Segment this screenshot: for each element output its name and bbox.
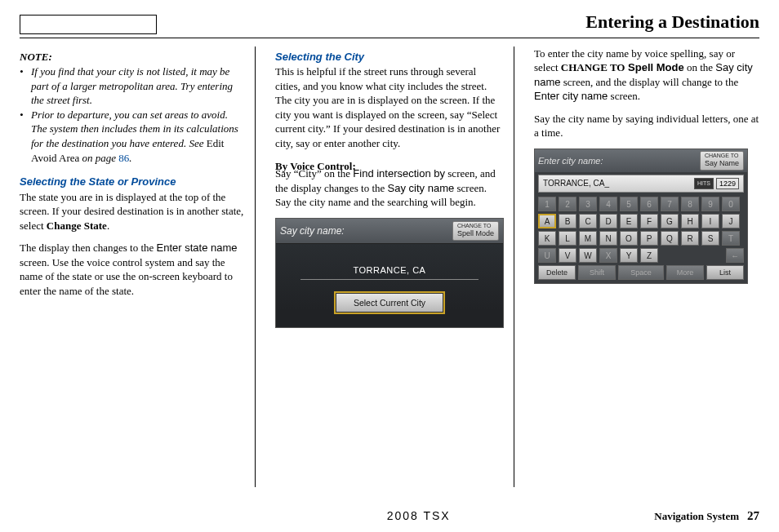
key-3[interactable]: 3 <box>579 197 597 211</box>
key-k[interactable]: K <box>538 231 556 246</box>
change-to-sayname-button[interactable]: CHANGE TO Say Name <box>700 151 744 171</box>
key-2[interactable]: 2 <box>559 197 576 211</box>
body-para: Say the city name by saying individual l… <box>534 112 759 140</box>
bullet-icon: • <box>20 108 31 165</box>
text-frag: Say “City” on the <box>275 167 353 180</box>
content-columns: NOTE: • If you find that your city is no… <box>20 47 759 487</box>
key-o[interactable]: O <box>620 231 638 246</box>
note-item: • If you find that your city is not list… <box>20 64 245 108</box>
body-para: This is helpful if the street runs throu… <box>275 64 504 150</box>
city-entry-value: TORRANCE, CA_ <box>543 178 694 189</box>
body-para: To enter the city name by voice spelling… <box>534 47 759 104</box>
ui-term: Change State <box>47 219 107 232</box>
key-l[interactable]: L <box>559 231 576 246</box>
header-rule <box>20 38 759 38</box>
kb-row-a: A B C D E F G H I J <box>538 214 744 228</box>
key-x[interactable]: X <box>599 248 617 263</box>
column-1: NOTE: • If you find that your city is no… <box>20 47 256 487</box>
text-frag: screen, and the display will change to t… <box>561 76 739 88</box>
city-entry-field[interactable]: TORRANCE, CA_ HITS 1229 <box>538 175 744 193</box>
text-frag: on the <box>684 61 716 73</box>
key-4[interactable]: 4 <box>599 197 617 211</box>
key-5[interactable]: 5 <box>620 197 638 211</box>
body-para: The state you are in is displayed at the… <box>20 190 245 233</box>
key-g[interactable]: G <box>661 214 679 228</box>
chip-small: CHANGE TO <box>457 224 494 228</box>
text-frag: screen. <box>608 90 640 102</box>
select-current-city-button[interactable]: Select Current City <box>334 291 445 314</box>
key-f[interactable]: F <box>640 214 658 228</box>
ui-term: Enter city name <box>534 90 608 102</box>
ui-term: Enter state name <box>157 242 238 254</box>
key-q[interactable]: Q <box>661 231 679 246</box>
key-p[interactable]: P <box>640 231 658 246</box>
kb-row-bottom: Delete Shift Space More List <box>538 265 744 280</box>
change-to-spell-button[interactable]: CHANGE TO Spell Mode <box>452 221 499 241</box>
current-city-text: TORRANCE, CA <box>300 260 479 280</box>
text-frag: . <box>107 219 109 232</box>
key-w[interactable]: W <box>579 248 597 263</box>
section-heading-city: Selecting the City <box>275 50 504 64</box>
key-7[interactable]: 7 <box>661 197 679 211</box>
text-frag: screen. Use the voice control system and… <box>20 256 233 297</box>
enter-city-titlebar: Enter city name: CHANGE TO Say Name <box>535 149 747 172</box>
footer-model: 2008 TSX <box>183 508 654 524</box>
text-frag: The display then changes to the <box>20 242 157 254</box>
key-b[interactable]: B <box>559 214 576 228</box>
chip-label: Say Name <box>705 159 739 167</box>
key-6[interactable]: 6 <box>640 197 658 211</box>
key-backspace[interactable]: ← <box>726 248 744 263</box>
key-c[interactable]: C <box>579 214 597 228</box>
key-9[interactable]: 9 <box>701 197 719 211</box>
key-delete[interactable]: Delete <box>538 265 576 280</box>
key-u[interactable]: U <box>538 248 556 263</box>
note-item: • Prior to departure, you can set areas … <box>20 108 245 165</box>
key-more[interactable]: More <box>666 265 704 280</box>
note-frag: . <box>129 152 131 164</box>
key-j[interactable]: J <box>722 214 740 228</box>
enter-city-title: Enter city name: <box>538 155 700 167</box>
note-text: Prior to departure, you can set areas to… <box>31 108 245 165</box>
corner-empty-box <box>20 15 157 34</box>
key-a[interactable]: A <box>538 214 556 228</box>
page-ref-link[interactable]: 86 <box>118 152 129 164</box>
key-r[interactable]: R <box>681 231 699 246</box>
column-3: To enter the city name by voice spelling… <box>534 47 759 487</box>
key-y[interactable]: Y <box>620 248 638 263</box>
key-1[interactable]: 1 <box>538 197 556 211</box>
page-title: Entering a Destination <box>157 10 759 36</box>
body-para: Say “City” on the Find intersection by s… <box>275 166 504 210</box>
keyboard-rows: 1 2 3 4 5 6 7 8 9 0 A B C D E F <box>535 194 747 283</box>
kb-row-k: K L M N O P Q R S T <box>538 231 744 246</box>
footer-system: Navigation System <box>654 509 739 524</box>
key-e[interactable]: E <box>620 214 638 228</box>
say-city-body: TORRANCE, CA Select Current City <box>276 244 503 327</box>
key-0[interactable]: 0 <box>722 197 740 211</box>
bullet-icon: • <box>20 64 31 108</box>
key-n[interactable]: N <box>599 231 617 246</box>
chip-small: CHANGE TO <box>705 153 739 158</box>
chip-label: Spell Mode <box>457 229 494 237</box>
key-m[interactable]: M <box>579 231 597 246</box>
key-t[interactable]: T <box>722 231 740 246</box>
key-z[interactable]: Z <box>640 248 658 263</box>
key-8[interactable]: 8 <box>681 197 699 211</box>
key-space[interactable]: Space <box>618 265 664 280</box>
column-2: Selecting the City This is helpful if th… <box>275 47 514 487</box>
say-city-title: Say city name: <box>280 224 452 237</box>
kb-row-u: U V W X Y Z ← <box>538 248 744 263</box>
key-s[interactable]: S <box>701 231 719 246</box>
say-city-titlebar: Say city name: CHANGE TO Spell Mode <box>276 219 503 244</box>
key-i[interactable]: I <box>701 214 719 228</box>
hits-label: HITS <box>694 178 714 189</box>
note-frag: on page <box>79 152 118 164</box>
enter-city-screen: Enter city name: CHANGE TO Say Name TORR… <box>534 149 748 284</box>
key-list[interactable]: List <box>706 265 744 280</box>
footer-page-number: 27 <box>747 508 759 524</box>
note-text: If you find that your city is not listed… <box>31 64 245 108</box>
key-d[interactable]: D <box>599 214 617 228</box>
key-shift[interactable]: Shift <box>578 265 616 280</box>
key-v[interactable]: V <box>559 248 576 263</box>
key-h[interactable]: H <box>681 214 699 228</box>
ui-term: CHANGE TO Spell Mode <box>561 61 684 73</box>
